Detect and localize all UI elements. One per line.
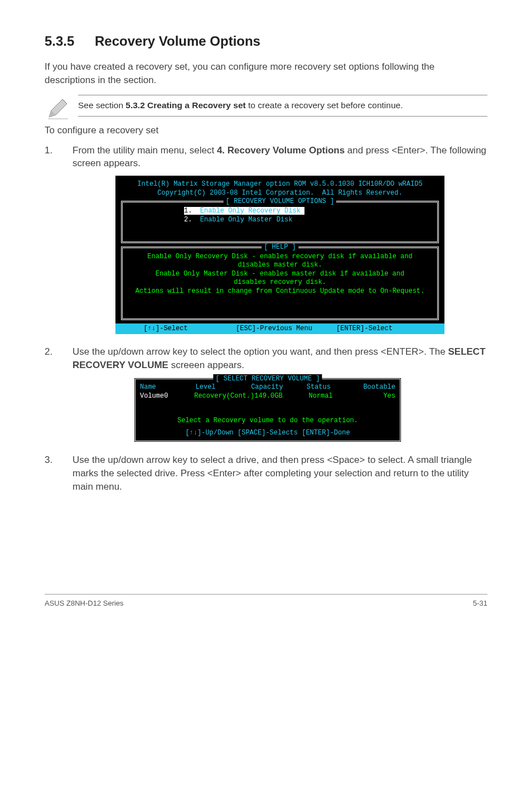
footer-product: ASUS Z8NH-D12 Series (45, 599, 124, 607)
step2-prefix: Use the up/down arrow key to select the … (72, 346, 448, 357)
section-number: 5.3.5 (45, 33, 95, 49)
bios2-val-name: Volume0 (140, 392, 194, 400)
note-text: See section 5.3.2 Creating a Recovery se… (78, 95, 487, 117)
bios-footer-keys: [↑↓]-Select [ESC]-Previous Menu [ENTER]-… (115, 323, 444, 335)
bios2-col-level: Level (196, 383, 252, 392)
page-footer: ASUS Z8NH-D12 Series 5-31 (45, 594, 487, 607)
note-callout: See section 5.3.2 Creating a Recovery se… (45, 95, 487, 122)
step-1: From the utility main menu, select 4. Re… (45, 144, 487, 335)
step-3: Use the up/down arrow key to select a dr… (45, 453, 487, 493)
bios-opt1-num: 1. (184, 207, 192, 215)
bios-options-box: [ RECOVERY VOLUME OPTIONS ] 1. Enable On… (121, 201, 439, 243)
bios-help-line2: disables master disk. (128, 261, 432, 270)
bios2-val-bootable: Yes (363, 392, 395, 400)
bios-option-2[interactable]: 2. Enable Only Master Disk (184, 216, 432, 225)
bios2-data-row[interactable]: Volume0 Recovery(Cont.) 149.0GB Normal Y… (140, 392, 395, 400)
step-2: Use the up/down arrow key to select the … (45, 345, 487, 442)
section-title-text: Recovery Volume Options (95, 33, 260, 49)
bios2-col-capacity: Capacity (251, 383, 307, 392)
bios-options-title: [ RECOVERY VOLUME OPTIONS ] (224, 197, 336, 206)
bios-opt2-num: 2. (184, 216, 192, 224)
note-bold: 5.3.2 Creating a Recovery set (125, 100, 245, 110)
bios2-title: [ SELECT RECOVERY VOLUME ] (213, 374, 322, 383)
bios-help-line4: disables recovery disk. (128, 278, 432, 287)
bios2-val-status: Normal (308, 392, 362, 400)
bios-header-line2: Copyright(C) 2003-08 Intel Corporation. … (121, 189, 439, 198)
bios2-col-name: Name (140, 383, 196, 392)
bios-header-line1: Intel(R) Matrix Storage Manager option R… (121, 180, 439, 189)
subheading: To configure a recovery set (45, 125, 487, 136)
bios2-col-bootable: Bootable (362, 383, 395, 392)
section-heading: 5.3.5Recovery Volume Options (45, 33, 487, 49)
pencil-icon (45, 95, 71, 122)
step2-suffix: screeen appears. (168, 360, 244, 370)
bios2-footer-keys: [↑↓]-Up/Down [SPACE]-Selects [ENTER]-Don… (140, 428, 395, 437)
step1-bold: 4. Recovery Volume Options (217, 145, 345, 156)
bios2-header-row: Name Level Capacity Status Bootable (140, 383, 395, 392)
bios2-val-capacity: 149.0GB (254, 392, 308, 400)
bios-help-box: [ HELP ] Enable Only Recovery Disk - ena… (121, 247, 439, 320)
intro-paragraph: If you have created a recovery set, you … (45, 60, 487, 87)
bios-screen-select-volume: [ SELECT RECOVERY VOLUME ] Name Level Ca… (134, 378, 402, 443)
footer-page-number: 5-31 (473, 599, 487, 607)
bios-opt2-label: Enable Only Master Disk (192, 216, 292, 224)
step3-text: Use the up/down arrow key to select a dr… (72, 455, 472, 492)
bios-screen-recovery-options: Intel(R) Matrix Storage Manager option R… (115, 176, 444, 334)
note-suffix: to create a recovery set before continue… (246, 100, 403, 110)
bios-help-line3: Enable Only Master Disk - enables master… (128, 270, 432, 279)
bios-help-line1: Enable Only Recovery Disk - enables reco… (128, 253, 432, 262)
note-prefix: See section (78, 100, 125, 110)
bios-help-title: [ HELP ] (262, 243, 298, 252)
steps-list: From the utility main menu, select 4. Re… (45, 144, 487, 494)
bios-option-1[interactable]: 1. Enable Only Recovery Disk (184, 207, 432, 216)
bios2-col-status: Status (307, 383, 362, 392)
bios2-message: Select a Recovery volume to do the opera… (140, 416, 395, 425)
bios2-val-level: Recovery(Cont.) (194, 392, 254, 400)
bios-opt1-label: Enable Only Recovery Disk (192, 207, 304, 215)
bios-help-line5: Actions will result in change from Conti… (128, 287, 432, 296)
step1-prefix: From the utility main menu, select (72, 145, 217, 156)
